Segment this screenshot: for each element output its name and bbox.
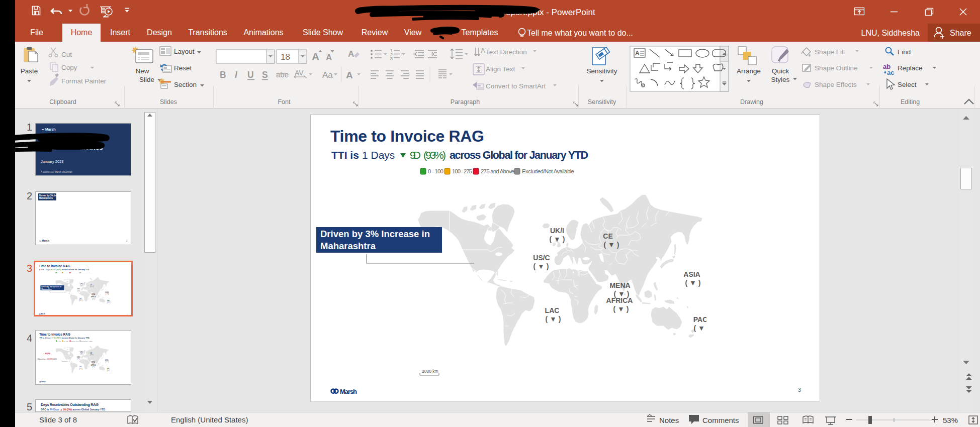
svg-text:53%: 53% (943, 416, 958, 424)
svg-text:New: New (135, 67, 149, 75)
svg-text:A: A (481, 47, 485, 54)
svg-text:Comments: Comments (702, 416, 739, 424)
svg-text:Find: Find (898, 48, 911, 56)
svg-text:abe: abe (276, 70, 289, 79)
svg-text:Tell me what you want to do...: Tell me what you want to do... (527, 29, 633, 37)
svg-text:Paste: Paste (21, 67, 38, 75)
svg-text:Sensitivity: Sensitivity (587, 67, 617, 75)
svg-text:Days Receivables Outstanding R: Days Receivables Outstanding RAG (41, 402, 99, 407)
svg-text:UK/I: UK/I (550, 227, 564, 235)
svg-text:Marsh: Marsh (340, 388, 357, 395)
svg-text:CE: CE (603, 232, 612, 240)
svg-text:PAC: PAC (693, 315, 708, 324)
svg-text:DRO is 76 Days ▲ 26 (2%) acros: DRO is 76 Days ▲ 26 (2%) across Global J… (41, 408, 105, 411)
svg-text:3: 3 (798, 387, 801, 393)
svg-text:Section: Section (174, 81, 197, 88)
svg-text:∞ Marsh: ∞ Marsh (39, 239, 49, 242)
svg-text:A: A (635, 50, 640, 57)
svg-text:Aa: Aa (322, 70, 333, 80)
svg-text:Select: Select (898, 81, 917, 88)
svg-text:Convert to SmartArt: Convert to SmartArt (486, 82, 546, 90)
svg-text:I: I (235, 70, 238, 80)
svg-text:ASIA: ASIA (683, 270, 700, 278)
svg-text:18: 18 (281, 52, 290, 62)
svg-text:3: 3 (390, 56, 393, 61)
svg-text:Copy: Copy (61, 64, 77, 71)
svg-text:( ▼ ): ( ▼ ) (550, 235, 565, 243)
svg-text:A business of Marsh McLennan: A business of Marsh McLennan (41, 171, 72, 173)
svg-text:January 2023: January 2023 (41, 159, 63, 164)
svg-text:2: 2 (126, 240, 128, 242)
svg-text:( ▼ ): ( ▼ ) (546, 315, 561, 323)
svg-text:Text Direction: Text Direction (486, 48, 527, 56)
svg-text:Shape Outline: Shape Outline (815, 64, 858, 72)
svg-text:Reset: Reset (174, 64, 192, 72)
svg-text:AV: AV (295, 69, 304, 77)
svg-text:▲ 60 (9%): ▲ 60 (9%) (43, 353, 50, 355)
svg-text:AFRICA: AFRICA (606, 296, 633, 304)
svg-text:U: U (247, 70, 254, 80)
svg-text:Align Text: Align Text (486, 65, 515, 73)
svg-text:( ▼ ): ( ▼ ) (533, 262, 549, 270)
svg-text:( ▼ ): ( ▼ ) (613, 305, 629, 313)
svg-text:Arrange: Arrange (737, 67, 761, 75)
svg-text:Format Painter: Format Painter (61, 77, 107, 85)
svg-text:S: S (262, 70, 268, 80)
svg-text:Shape Fill: Shape Fill (815, 48, 845, 56)
svg-text:A: A (326, 53, 332, 62)
svg-text:US/C: US/C (533, 254, 550, 262)
svg-text:Layout: Layout (174, 48, 195, 55)
svg-text:Replace: Replace (898, 64, 923, 72)
svg-text:MENA: MENA (609, 281, 630, 289)
svg-text:2000 km: 2000 km (422, 369, 438, 374)
svg-text:Notes: Notes (659, 416, 679, 424)
svg-text:A: A (346, 70, 353, 80)
svg-text:ac: ac (887, 69, 894, 76)
svg-text:Share: Share (950, 29, 971, 37)
svg-text:( ▼ ): ( ▼ ) (604, 241, 619, 249)
svg-text:Maharashtra: Maharashtra (41, 288, 51, 290)
svg-text:LAC: LAC (545, 306, 560, 314)
svg-text:A: A (348, 49, 354, 59)
svg-text:Quick: Quick (772, 67, 789, 75)
svg-text:B: B (220, 70, 226, 80)
svg-text:( ▼ ): ( ▼ ) (685, 279, 701, 287)
svg-text:LNU, Siddhesha: LNU, Siddhesha (861, 29, 920, 37)
svg-text:Maharashtra: Maharashtra (39, 197, 53, 199)
svg-text:Cut: Cut (61, 51, 72, 58)
svg-text:Slide: Slide (139, 76, 154, 83)
svg-text:Shape Effects: Shape Effects (815, 81, 857, 88)
svg-text:A: A (312, 51, 319, 62)
svg-text:Styles: Styles (771, 76, 790, 83)
svg-text:Driven by 3% Increase in: Driven by 3% Increase in (41, 286, 61, 288)
